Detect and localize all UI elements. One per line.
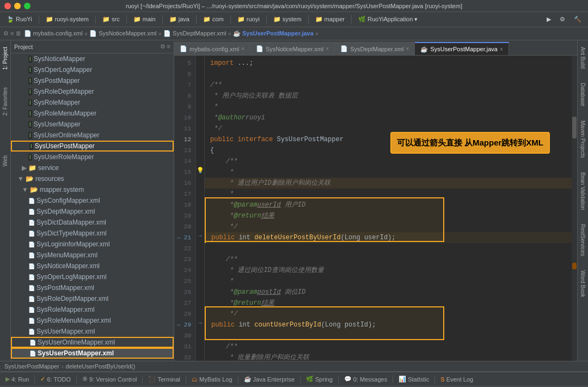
- tree-item-sysrolemapper[interactable]: I SysRoleMapper: [11, 97, 174, 108]
- maximize-button[interactable]: [24, 3, 30, 9]
- tree-item-sysnoticemapper-xml[interactable]: 📄 SysNoticeMapper.xml: [11, 261, 174, 271]
- toolbar-java[interactable]: 📁 java: [166, 15, 193, 24]
- vcs-label: 9: Version Control: [89, 376, 137, 383]
- toolbar-system[interactable]: 📁 system: [270, 15, 305, 24]
- tab-mybatis-config[interactable]: 📄 mybatis-config.xml ×: [174, 42, 250, 55]
- tree-item-service[interactable]: ▶ 📁 service: [11, 162, 174, 173]
- left-tab-web[interactable]: Web: [1, 152, 10, 170]
- toolbar-ruoyi2[interactable]: 📁 ruoyi: [234, 15, 263, 24]
- tree-item-sysuserpostmapper-selected[interactable]: I SysUserPostMapper: [11, 141, 174, 152]
- bottom-vcs[interactable]: ⑨ 9: Version Control: [80, 374, 139, 384]
- tree-item-sysuserpostmapper-xml[interactable]: 📄 SysUserPostMapper.xml: [11, 348, 174, 359]
- scrollbar[interactable]: [572, 56, 577, 361]
- tree-item-sysrolemenumapper-xml[interactable]: 📄 SysRoleMenuMapper.xml: [11, 315, 174, 326]
- left-tab-project[interactable]: 1: Project: [1, 44, 10, 73]
- toolbar-main[interactable]: 📁 main: [130, 15, 159, 24]
- navigate-arrow-21[interactable]: →: [196, 230, 204, 241]
- scrollbar-thumb[interactable]: [572, 117, 577, 138]
- toolbar-action2[interactable]: ⚙: [556, 15, 568, 24]
- tree-item-sysloginfomapper-xml[interactable]: 📄 SysLogininforMapper.xml: [11, 239, 174, 250]
- code-line-8: * 用户与岗位关联表 数据层: [205, 90, 572, 101]
- bulb-icon[interactable]: 💡: [196, 165, 204, 176]
- toolbar-action3[interactable]: 🔨: [571, 15, 585, 24]
- tab-close[interactable]: ×: [326, 46, 329, 52]
- close-button[interactable]: [4, 3, 11, 9]
- bottom-todo[interactable]: ✓ 6: TODO: [38, 374, 73, 384]
- tree-item-sysuserrolemapper-xml[interactable]: 📄 SysUserRoleMapper.xml: [11, 359, 174, 361]
- xml-icon: 📄: [28, 252, 35, 258]
- ln-12: 12: [174, 134, 191, 145]
- ln-27: 27: [174, 298, 191, 309]
- right-tab-bean[interactable]: Bean Validation: [578, 168, 587, 214]
- tree-item-sysrolemenumapper[interactable]: I SysRoleMenuMapper: [11, 108, 174, 119]
- breadcrumb-mybatis[interactable]: 📄 mybatis-config.xml: [24, 30, 83, 37]
- toolbar-com[interactable]: 📁 com: [200, 15, 227, 24]
- tree-item-sysnoticemapper[interactable]: I SysNoticeMapper: [11, 53, 174, 64]
- right-tab-rest[interactable]: RestServices: [578, 220, 587, 261]
- tree-item-sysroledeptmapper-xml[interactable]: 📄 SysRoleDeptMapper.xml: [11, 293, 174, 304]
- interface-icon: I: [28, 110, 32, 117]
- tree-item-sysroledeptmapper[interactable]: I SysRoleDeptMapper: [11, 86, 174, 97]
- event-log-label: Event Log: [446, 376, 474, 383]
- breadcrumb-sysuserpost[interactable]: ☕ SysUserPostMapper.java: [233, 30, 314, 37]
- bottom-event-log[interactable]: S Event Log: [438, 375, 475, 384]
- tab-sysnotice[interactable]: 📄 SysNoticeMapper.xml ×: [250, 42, 335, 55]
- tree-item-sysoperlogmapper[interactable]: I SysOperLogMapper: [11, 64, 174, 75]
- tab-close[interactable]: ×: [406, 46, 409, 52]
- tab-close[interactable]: ×: [500, 46, 503, 52]
- tree-item-sysusermapper-xml[interactable]: 📄 SysUserMapper.xml: [11, 326, 174, 337]
- tree-item-sysdeptmapper-xml[interactable]: 📄 SysDeptMapper.xml: [11, 206, 174, 217]
- tree-item-sysuseronlinemapper-xml[interactable]: 📄 SysUserOnlineMapper.xml: [11, 337, 174, 348]
- tree-settings[interactable]: ⚙ ≡: [160, 43, 170, 50]
- bottom-java-enterprise[interactable]: ☕ Java Enterprise: [242, 374, 297, 384]
- tree-item-sysconfigmapper-xml[interactable]: 📄 SysConfigMapper.xml: [11, 195, 174, 206]
- left-tab-favorites[interactable]: 2: Favorites: [1, 84, 10, 119]
- tree-item-sysdicttypemapper-xml[interactable]: 📄 SysDictTypeMapper.xml: [11, 228, 174, 239]
- tree-item-sysrolemapper-xml[interactable]: 📄 SysRoleMapper.xml: [11, 304, 174, 315]
- navigate-arrow-29[interactable]: →: [196, 317, 204, 328]
- tree-item-syspostmapper-xml[interactable]: 📄 SysPostMapper.xml: [11, 282, 174, 293]
- bottom-statistic[interactable]: 📊 StatIstic: [396, 374, 431, 384]
- breadcrumb-sysnotice[interactable]: 📄 SysNoticeMapper.xml: [89, 30, 156, 37]
- code-editor[interactable]: 5 6 7 8 9 10 11 12 13 14 15 16 17 18 19 …: [174, 56, 577, 361]
- tree-item-sysoperlogmapper-xml[interactable]: 📄 SysOperLogMapper.xml: [11, 271, 174, 282]
- bottom-mybatis-log[interactable]: 🗂 MyBatis Log: [189, 375, 235, 384]
- tree-item-mapper-system[interactable]: ▼ 📂 mapper.system: [11, 184, 174, 195]
- tree-item-sysuserrolemapper[interactable]: I SysUserRoleMapper: [11, 152, 174, 162]
- tree-item-label: SysDeptMapper.xml: [36, 208, 95, 215]
- bottom-terminal[interactable]: ⬛ Terminal: [146, 374, 182, 384]
- code-content[interactable]: import ...; /** * 用户与岗位关联表 数据层 *: [205, 56, 572, 361]
- right-tab-word[interactable]: Word Book: [578, 266, 587, 301]
- tab-sysdept[interactable]: 📄 SysDeptMapper.xml ×: [335, 42, 415, 55]
- folder-icon: 📁: [28, 164, 36, 172]
- right-tab-ant[interactable]: Ant Build: [578, 43, 587, 73]
- tree-item-sysuseronlinemapper[interactable]: I SysUserOnlineMapper: [11, 130, 174, 141]
- toolbar-ruoyi-system[interactable]: 📁 ruoyi-system: [42, 15, 92, 24]
- tree-item-sysusermapper[interactable]: I SysUserMapper: [11, 119, 174, 130]
- line-numbers: 5 6 7 8 9 10 11 12 13 14 15 16 17 18 19 …: [174, 56, 196, 361]
- bottom-spring[interactable]: 🌿 Spring: [304, 374, 335, 384]
- toolbar-ruoyi[interactable]: 🍃 RuoYi: [3, 15, 35, 24]
- toolbar-action1[interactable]: ▶: [543, 15, 554, 24]
- tree-item-label: mapper.system: [40, 186, 84, 194]
- tree-item-label: SysConfigMapper.xml: [36, 197, 100, 204]
- bottom-messages[interactable]: 💬 0: Messages: [342, 374, 389, 384]
- toolbar-mapper[interactable]: 📁 mapper: [312, 15, 348, 24]
- window-controls[interactable]: [4, 3, 30, 9]
- code-line-18: * @param userId 用户ID: [205, 199, 572, 210]
- tab-sysuserpost[interactable]: ☕ SysUserPostMapper.java ×: [415, 42, 509, 55]
- xml-icon: 📄: [28, 263, 35, 269]
- right-tab-maven[interactable]: Maven Projects: [578, 116, 587, 162]
- sep4: [186, 376, 186, 383]
- breadcrumb-sysdept[interactable]: 📄 SysDeptMapper.xml: [163, 30, 226, 37]
- bottom-run[interactable]: ▶ 4: Run: [3, 374, 31, 384]
- toolbar-app[interactable]: 🌿 RuoYiApplication ▾: [355, 15, 421, 24]
- toolbar-src[interactable]: 📁 src: [99, 15, 123, 24]
- tree-item-syspostmapper[interactable]: I SysPostMapper: [11, 75, 174, 86]
- right-tab-database[interactable]: Database: [578, 78, 587, 111]
- tree-item-resources[interactable]: ▼ 📂 resources: [11, 173, 174, 184]
- minimize-button[interactable]: [14, 3, 21, 9]
- tab-close[interactable]: ×: [241, 46, 244, 52]
- tree-item-sysdictdatamapper-xml[interactable]: 📄 SysDictDataMapper.xml: [11, 217, 174, 228]
- tree-item-sysmenumapper-xml[interactable]: 📄 SysMenuMapper.xml: [11, 250, 174, 261]
